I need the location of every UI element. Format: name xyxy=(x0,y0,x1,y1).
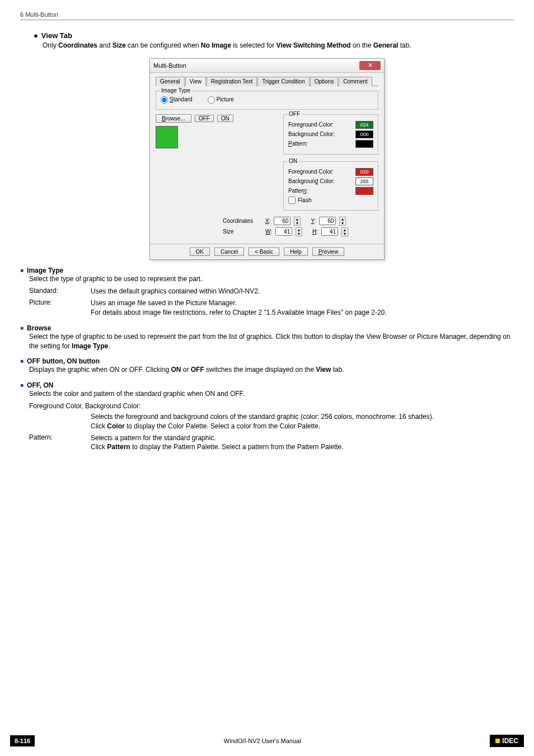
preview-button[interactable]: PreviewPreview xyxy=(312,248,345,256)
t: Click xyxy=(91,443,107,451)
on-pattern-label: Pattern:Pattern: xyxy=(288,188,308,194)
sub-offon-btn-heading: ■ OFF button, ON button xyxy=(20,357,514,365)
dialog-title: Multi-Button xyxy=(153,62,186,69)
t: to display the Color Palette. Select a c… xyxy=(125,422,321,430)
t: For details about image file restriction… xyxy=(91,309,387,316)
on-bg-label: Background Color:Background Color: xyxy=(288,178,335,184)
tab-options[interactable]: Options xyxy=(310,77,338,86)
t: Only xyxy=(43,41,58,49)
radio-picture[interactable]: Picture xyxy=(208,96,234,102)
sub-offon-btn-desc: Displays the graphic when ON or OFF. Cli… xyxy=(29,365,514,375)
spinner-icon[interactable]: ▴▾ xyxy=(296,227,302,236)
on-fg-chip[interactable]: 020 xyxy=(355,168,373,176)
on-button[interactable]: ON xyxy=(217,115,233,122)
preview-swatch xyxy=(156,126,178,148)
basic-button[interactable]: < Basic< Basic xyxy=(249,248,279,256)
offon-defs: Foreground Color, Background Color: Sele… xyxy=(29,402,514,452)
t: Selects the foreground and background co… xyxy=(91,413,434,421)
flash-checkbox[interactable] xyxy=(288,197,296,204)
sub-image-type-heading: ■ Image Type xyxy=(20,267,514,274)
spinner-icon[interactable]: ▴▾ xyxy=(294,217,301,226)
def-val-fgbg: Selects the foreground and background co… xyxy=(91,412,514,431)
radio-standard-input[interactable] xyxy=(161,96,168,104)
size-label: Size xyxy=(223,228,262,235)
size-w-label: W:W: xyxy=(265,228,272,235)
tab-registration-text[interactable]: Registration Text xyxy=(207,77,257,86)
def-val-picture: Uses an image file saved in the Picture … xyxy=(91,298,514,318)
radio-standard[interactable]: SStandardtandard xyxy=(161,96,193,102)
image-type-legend: Image Type xyxy=(160,87,192,94)
spinner-icon[interactable]: ▴▾ xyxy=(339,217,346,226)
size-h-label: H:H: xyxy=(312,228,318,235)
size-h-input[interactable] xyxy=(321,227,338,236)
off-bg-chip[interactable]: 000 xyxy=(355,130,373,138)
browse-row: Browse...Browse... OFF ON xyxy=(156,114,277,123)
view-tab-title-bold: View xyxy=(41,31,58,40)
tab-general[interactable]: General xyxy=(156,77,185,86)
page-number: 8-116 xyxy=(10,735,35,746)
def-key-pattern: Pattern: xyxy=(29,433,91,452)
table-row: Selects the foreground and background co… xyxy=(29,412,514,431)
view-tab-heading: ● View Tab xyxy=(34,31,514,40)
dialog-tabs: General View Registration Text Trigger C… xyxy=(156,76,378,86)
off-group: OFF Foreground Color:024 Background Colo… xyxy=(283,114,378,155)
t: to display the Pattern Palette. Select a… xyxy=(130,443,344,451)
tab-comment[interactable]: Comment xyxy=(339,77,372,86)
t: Displays the graphic when ON or OFF. Cli… xyxy=(29,366,171,374)
browse-button[interactable]: Browse...Browse... xyxy=(156,114,191,123)
ok-button[interactable]: OK xyxy=(190,248,210,256)
cancel-button[interactable]: Cancel xyxy=(214,248,244,256)
bullet-square-icon: ■ xyxy=(20,325,24,331)
radio-picture-input[interactable] xyxy=(208,96,215,104)
sub-offon-heading: ■ OFF, ON xyxy=(20,381,514,389)
on-bg-chip[interactable]: 255 xyxy=(355,178,373,185)
on-pattern-chip[interactable] xyxy=(355,187,373,195)
sub-browse-heading: ■ Browse xyxy=(20,324,514,332)
view-tab-desc: Only Coordinates and Size can be configu… xyxy=(43,41,514,50)
spinner-icon[interactable]: ▴▾ xyxy=(341,227,348,236)
brand-square-icon xyxy=(495,739,500,743)
view-tab-title: View Tab xyxy=(41,31,72,40)
coords-y-input[interactable] xyxy=(319,217,336,225)
footer-brand: IDEC xyxy=(490,735,524,747)
close-icon[interactable]: ✕ xyxy=(359,61,381,70)
t: tab. xyxy=(331,366,344,374)
view-tab-title-suffix: Tab xyxy=(58,31,72,40)
off-button[interactable]: OFF xyxy=(195,115,214,122)
on-group: ON Foreground Color:020 Background Color… xyxy=(283,161,378,211)
dialog-left-col: Browse...Browse... OFF ON xyxy=(156,114,277,215)
off-pattern-chip[interactable] xyxy=(355,140,373,148)
dialog-right-col: OFF Foreground Color:024 Background Colo… xyxy=(283,114,378,215)
help-button[interactable]: Help xyxy=(284,248,308,256)
on-fg-label: Foreground Color: xyxy=(288,169,334,175)
t: View Switching Method xyxy=(277,41,351,49)
t: can be configured when xyxy=(126,41,201,49)
dialog-footer: OK Cancel < Basic< Basic Help PreviewPre… xyxy=(150,244,384,259)
flash-label: Flash xyxy=(298,197,311,203)
off-bg-label: Background Color: xyxy=(288,131,335,137)
size-w-input[interactable] xyxy=(275,227,292,236)
off-fg-chip[interactable]: 024 xyxy=(355,121,373,129)
t: Click xyxy=(91,422,107,430)
tab-view[interactable]: View xyxy=(185,77,207,86)
t: . xyxy=(108,342,110,350)
sub-browse-title: Browse xyxy=(27,324,51,332)
coordinates-row: Coordinates X:X: ▴▾ Y:Y: ▴▾ xyxy=(223,217,378,226)
sub-offon-btn-title: OFF button, ON button xyxy=(27,357,100,365)
radio-picture-label: Picture xyxy=(217,96,234,102)
page-header: 6 Multi-Button xyxy=(20,11,514,20)
page-footer: 8-116 WindO/I-NV2 User's Manual IDEC xyxy=(0,735,534,747)
fgbg-label: Foreground Color, Background Color: xyxy=(29,402,514,410)
coords-x-input[interactable] xyxy=(274,217,291,225)
size-row: Size W:W: ▴▾ H:H: ▴▾ xyxy=(223,227,378,236)
def-key-empty xyxy=(29,412,91,431)
tab-trigger-condition[interactable]: Trigger Condition xyxy=(257,77,309,86)
off-legend: OFF xyxy=(287,111,302,117)
footer-center: WindO/I-NV2 User's Manual xyxy=(224,738,301,744)
image-type-radios: SStandardtandard Picture xyxy=(161,96,373,104)
multi-button-dialog: Multi-Button ✕ General View Registration… xyxy=(149,58,385,260)
sub-image-type-title: Image Type xyxy=(27,267,63,274)
t: switches the image displayed on the xyxy=(204,366,316,374)
t: or xyxy=(181,366,190,374)
sub-browse-desc: Select the type of graphic to be used to… xyxy=(29,332,514,351)
